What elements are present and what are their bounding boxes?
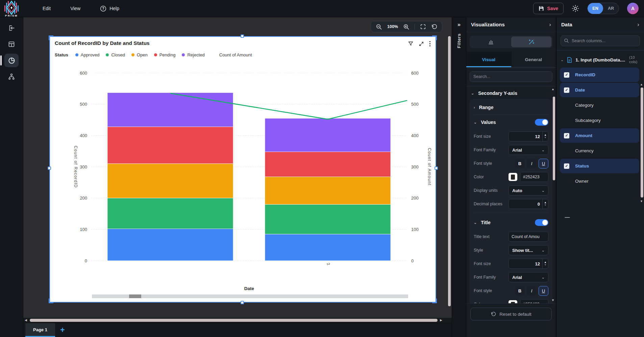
theme-toggle-sun-icon[interactable]	[572, 5, 579, 12]
chart-horizontal-scrollbar[interactable]	[92, 294, 408, 298]
reset-view-icon[interactable]	[431, 24, 437, 30]
data-column-subcategory[interactable]: Subcategory	[560, 113, 639, 128]
selection-handle-right[interactable]	[435, 166, 438, 170]
chart-scrollbar-thumb[interactable]	[129, 294, 141, 298]
collapse-data-panel-icon[interactable]: ›	[637, 21, 639, 28]
group-range[interactable]: › Range	[474, 100, 548, 115]
decimal-places-stepper[interactable]: 0 ▲▼	[509, 199, 548, 209]
filters-label[interactable]: Filters	[456, 33, 462, 48]
avatar[interactable]: A	[627, 3, 639, 14]
selection-corner-tr[interactable]	[432, 35, 437, 40]
data-columns-search-input[interactable]	[561, 35, 640, 46]
menu-edit[interactable]: Edit	[43, 6, 51, 11]
layout-view-icon[interactable]	[4, 37, 19, 51]
tab-general[interactable]: General	[511, 52, 556, 67]
font-size-stepper[interactable]: 12 ▲▼	[509, 259, 548, 269]
viz-settings-search-input[interactable]	[470, 71, 552, 82]
scroll-down-icon[interactable]: ▼	[551, 299, 554, 302]
canvas-vertical-scrollbar[interactable]	[448, 36, 451, 306]
exit-editor-icon[interactable]	[4, 21, 19, 35]
scroll-left-arrow-icon[interactable]: ◀	[25, 319, 27, 322]
checkbox[interactable]	[564, 103, 569, 108]
selection-corner-bl[interactable]	[49, 299, 53, 303]
scroll-right-arrow-icon[interactable]: ▶	[440, 319, 442, 322]
style-select[interactable]: Show tit... ⌄	[509, 245, 548, 255]
format-mode-button[interactable]	[511, 36, 552, 47]
selection-corner-br[interactable]	[432, 299, 437, 303]
checkbox[interactable]	[564, 118, 569, 123]
color-swatch[interactable]	[509, 173, 517, 181]
group-values[interactable]: ⌄ Values	[474, 115, 548, 130]
section-secondary-y-axis[interactable]: ⌄ Secondary Y-axis	[466, 86, 556, 99]
underline-button[interactable]: U	[539, 159, 548, 168]
italic-button[interactable]: I	[527, 286, 537, 296]
selection-handle-top[interactable]	[241, 34, 244, 38]
data-column-recordid[interactable]: ✓RecordID	[560, 68, 639, 82]
setting-row-font-size: Font size12 ▲▼	[474, 130, 548, 143]
bold-button[interactable]: B	[515, 286, 525, 296]
flow-view-icon[interactable]	[4, 70, 19, 83]
save-button[interactable]: Save	[533, 3, 564, 14]
font-size-stepper[interactable]: 12 ▲▼	[509, 131, 548, 141]
canvas-hscroll-thumb[interactable]	[30, 319, 438, 322]
report-canvas[interactable]: 100% Count of RecordID by Date and Statu…	[23, 17, 452, 318]
selection-corner-tl[interactable]	[49, 35, 53, 40]
zoom-out-icon[interactable]	[376, 24, 382, 30]
color-swatch[interactable]	[509, 300, 517, 303]
language-toggle[interactable]: EN AR	[587, 3, 619, 14]
canvas-horizontal-scrollbar[interactable]: ◀ ▶	[23, 318, 452, 323]
reset-to-default-button[interactable]: Reset to default	[470, 308, 552, 320]
checkbox[interactable]: ✓	[564, 133, 569, 138]
checkbox[interactable]	[564, 179, 569, 184]
checkbox[interactable]: ✓	[564, 72, 569, 78]
viz-scrollbar-thumb[interactable]	[553, 97, 555, 180]
lang-ar[interactable]: AR	[603, 3, 619, 14]
checkbox[interactable]: ✓	[564, 163, 569, 169]
checkbox[interactable]: ✓	[564, 87, 569, 93]
expand-filters-icon[interactable]: »	[457, 21, 461, 28]
stepper-down-icon[interactable]: ▼	[544, 136, 547, 139]
lang-en[interactable]: EN	[588, 3, 603, 14]
display-units-select[interactable]: Auto ⌄	[509, 185, 548, 196]
italic-button[interactable]: I	[527, 159, 537, 168]
stepper-down-icon[interactable]: ▼	[544, 264, 547, 266]
values-toggle[interactable]	[535, 119, 548, 126]
font-family-select[interactable]: Arial ⌄	[509, 272, 548, 282]
tab-visual[interactable]: Visual	[466, 52, 511, 67]
page-tab-1[interactable]: Page 1	[25, 323, 55, 337]
data-column-date[interactable]: ✓Date	[560, 83, 639, 97]
selection-handle-left[interactable]	[48, 166, 51, 170]
data-column-amount[interactable]: ✓Amount	[560, 128, 639, 143]
title-toggle[interactable]	[535, 219, 548, 226]
bold-button[interactable]: B	[515, 159, 525, 168]
dataset-tree-item[interactable]: ⌄ 1. Input (DumboData.... (10 cols)	[556, 50, 644, 68]
data-scrollbar-thumb[interactable]	[641, 87, 643, 198]
group-title[interactable]: ⌄ Title	[474, 215, 548, 230]
fit-screen-icon[interactable]	[420, 24, 426, 30]
title-text-input[interactable]	[509, 232, 548, 242]
chart-types-mode-button[interactable]	[471, 36, 511, 47]
zoom-in-icon[interactable]	[403, 24, 410, 30]
data-column-category[interactable]: Category	[560, 98, 639, 112]
scroll-up-icon[interactable]: ▲	[551, 87, 554, 91]
scroll-up-icon[interactable]: ▲	[640, 83, 643, 86]
add-page-button[interactable]: +	[55, 323, 70, 337]
main-menu: Edit View ? Help	[43, 5, 119, 12]
viz-settings-scroll-area[interactable]: ▲ ⌄ Secondary Y-axis › Range ⌄ Values Fo…	[466, 86, 556, 303]
chart-widget[interactable]: Count of RecordID by Date and Status Sta…	[50, 37, 436, 302]
data-column-owner[interactable]: Owner	[560, 174, 639, 188]
selection-handle-bottom[interactable]	[241, 301, 244, 304]
color-hex-input[interactable]	[520, 172, 548, 182]
data-column-currency[interactable]: Currency	[560, 144, 639, 158]
color-hex-input[interactable]	[520, 299, 548, 303]
menu-view[interactable]: View	[70, 6, 80, 11]
underline-button[interactable]: U	[539, 286, 548, 296]
stepper-down-icon[interactable]: ▼	[544, 204, 547, 207]
scroll-down-icon[interactable]: ▼	[640, 200, 643, 203]
charts-view-icon[interactable]	[4, 54, 19, 67]
checkbox[interactable]	[564, 148, 569, 154]
collapse-visualizations-icon[interactable]: ›	[549, 21, 551, 28]
font-family-select[interactable]: Arial ⌄	[509, 145, 548, 155]
menu-help[interactable]: ? Help	[100, 5, 119, 12]
data-column-status[interactable]: ✓Status	[560, 159, 639, 173]
